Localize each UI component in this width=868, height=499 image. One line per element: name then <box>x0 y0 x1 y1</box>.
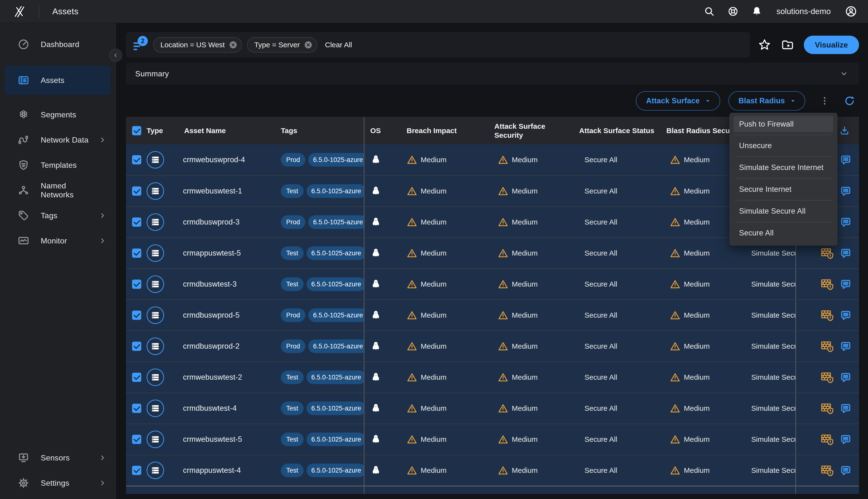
asset-name[interactable]: crmwebuswtest-1 <box>183 187 242 195</box>
sidebar-item-templates[interactable]: Templates <box>0 153 115 178</box>
filter-chip-location-us-west[interactable]: Location = US West <box>153 37 242 53</box>
comment-icon[interactable] <box>840 216 852 228</box>
asset-name[interactable]: crmdbuswprod-5 <box>183 311 240 319</box>
table-row[interactable]: crmappuswtest-4 Test 6.5.0-1025-azure Me… <box>126 455 859 486</box>
sidebar-item-monitor[interactable]: Monitor <box>0 228 115 253</box>
filter-chip-type-server[interactable]: Type = Server <box>247 37 317 53</box>
row-checkbox[interactable] <box>132 218 141 227</box>
menu-item-push-to-firewall[interactable]: Push to Firewall <box>734 116 833 132</box>
tag-pill-env[interactable]: Test <box>281 370 304 384</box>
menu-item-simulate-secure-internet[interactable]: Simulate Secure Internet <box>735 156 832 178</box>
row-checkbox[interactable] <box>132 311 141 320</box>
comment-icon[interactable] <box>840 278 852 290</box>
tag-pill-env[interactable]: Prod <box>281 153 305 167</box>
row-checkbox[interactable] <box>132 248 141 258</box>
row-checkbox[interactable] <box>132 280 141 289</box>
sidebar-item-sensors[interactable]: Sensors <box>0 445 115 471</box>
tag-pill-env[interactable]: Test <box>281 184 304 198</box>
push-to-firewall-icon[interactable] <box>820 308 834 322</box>
tag-pill-version[interactable]: 6.5.0-1025-azure <box>306 402 364 415</box>
export-download-icon[interactable] <box>839 125 850 136</box>
clear-all-button[interactable]: Clear All <box>325 41 352 49</box>
sidebar-collapse-button[interactable] <box>109 49 122 62</box>
comment-icon[interactable] <box>840 154 852 166</box>
summary-panel[interactable]: Summary <box>126 63 859 85</box>
comment-icon[interactable] <box>840 247 852 259</box>
asset-name[interactable]: crmwebuswtest-5 <box>183 435 242 444</box>
tag-pill-env[interactable]: Test <box>281 464 304 477</box>
sidebar-item-segments[interactable]: Segments <box>0 102 115 127</box>
tag-pill-env[interactable]: Prod <box>281 215 305 229</box>
table-row[interactable]: crmdbuswprod-2 Prod 6.5.0-1025-azure Med… <box>126 330 859 362</box>
filter-bar[interactable]: 2 Location = US West Type = Server Clear… <box>126 32 750 58</box>
push-to-firewall-icon[interactable] <box>820 464 834 477</box>
table-row[interactable]: crmdbuswprod-5 Prod 6.5.0-1025-azure Med… <box>126 300 859 330</box>
favorite-star-icon[interactable] <box>758 38 771 52</box>
sidebar-item-dashboard[interactable]: Dashboard <box>0 32 115 57</box>
menu-item-secure-internet[interactable]: Secure Internet <box>735 178 832 200</box>
asset-name[interactable]: crmappuswtest-4 <box>183 466 241 475</box>
sidebar-item-assets[interactable]: Assets <box>5 66 111 95</box>
col-header-type[interactable]: Type <box>147 117 173 144</box>
tag-pill-version[interactable]: 6.5.0-1025-azure <box>306 246 364 260</box>
help-icon[interactable] <box>728 6 739 17</box>
asset-name[interactable]: crmwebuswprod-4 <box>183 155 245 164</box>
asset-name[interactable]: crmdbuswtest-3 <box>183 280 237 289</box>
table-row[interactable]: crmdbuswtest-4 Test 6.5.0-1025-azure Med… <box>126 392 859 424</box>
table-row[interactable]: crmwebuswtest-2 Test 6.5.0-1025-azure Me… <box>126 362 859 392</box>
saved-filters-folder-icon[interactable] <box>781 38 794 51</box>
push-to-firewall-icon[interactable] <box>820 277 834 291</box>
col-header-attack-surface-status[interactable]: Attack Surface Status <box>575 117 663 144</box>
visualize-button[interactable]: Visualize <box>804 36 859 54</box>
tag-pill-version[interactable]: 6.5.0-1025-azure <box>306 370 364 384</box>
push-to-firewall-icon[interactable] <box>820 339 834 353</box>
attack-surface-dropdown-button[interactable]: Attack Surface <box>636 91 720 111</box>
search-icon[interactable] <box>704 6 715 17</box>
col-header-asset-name[interactable]: Asset Name <box>173 117 277 144</box>
chevron-down-icon[interactable] <box>840 69 848 78</box>
table-row[interactable]: crmdbuswtest-3 Test 6.5.0-1025-azure Med… <box>126 268 859 300</box>
more-options-icon[interactable] <box>819 95 830 107</box>
col-header-breach-impact[interactable]: Breach Impact <box>401 117 490 144</box>
comment-icon[interactable] <box>840 371 852 384</box>
row-checkbox[interactable] <box>132 342 141 351</box>
asset-name[interactable]: crmappuswtest-5 <box>183 249 241 257</box>
row-checkbox[interactable] <box>132 155 141 165</box>
tag-pill-env[interactable]: Test <box>281 402 304 415</box>
menu-item-simulate-secure-all[interactable]: Simulate Secure All <box>735 200 832 222</box>
push-to-firewall-icon[interactable] <box>820 402 834 415</box>
row-checkbox[interactable] <box>132 466 141 475</box>
row-checkbox[interactable] <box>132 435 141 444</box>
tag-pill-version[interactable]: 6.5.0-1025-azure <box>308 339 364 353</box>
asset-name[interactable]: crmdbuswprod-3 <box>183 218 240 227</box>
comment-icon[interactable] <box>840 309 852 321</box>
tag-pill-env[interactable]: Test <box>281 246 304 260</box>
sidebar-item-settings[interactable]: Settings <box>0 471 115 496</box>
col-header-tags[interactable]: Tags <box>277 117 364 144</box>
menu-item-unsecure[interactable]: Unsecure <box>735 135 832 156</box>
comment-icon[interactable] <box>840 433 852 446</box>
sidebar-item-named-networks[interactable]: Named Networks <box>0 178 115 203</box>
sidebar-item-tags[interactable]: Tags <box>0 203 115 228</box>
filter-icon-wrap[interactable]: 2 <box>132 36 148 53</box>
select-all-checkbox[interactable] <box>132 126 141 135</box>
asset-name[interactable]: crmwebuswtest-2 <box>183 373 242 382</box>
col-header-attack-surface-security[interactable]: Attack Surface Security <box>490 117 575 144</box>
remove-filter-icon[interactable] <box>228 40 238 49</box>
tag-pill-env[interactable]: Prod <box>281 308 305 322</box>
table-row[interactable]: crmwebuswtest-5 Test 6.5.0-1025-azure Me… <box>126 424 859 455</box>
tag-pill-env[interactable]: Prod <box>281 339 305 353</box>
blast-radius-dropdown-button[interactable]: Blast Radius <box>728 91 805 111</box>
notifications-bell-icon[interactable] <box>751 6 762 17</box>
col-header-os[interactable]: OS <box>364 117 401 144</box>
row-checkbox[interactable] <box>132 373 141 382</box>
refresh-icon[interactable] <box>844 95 856 107</box>
tag-pill-version[interactable]: 6.5.0-1025-azure <box>308 308 364 322</box>
comment-icon[interactable] <box>840 185 852 197</box>
sidebar-item-network-data[interactable]: Network Data <box>0 127 115 153</box>
row-checkbox[interactable] <box>132 404 141 413</box>
row-checkbox[interactable] <box>132 186 141 196</box>
asset-name[interactable]: crmdbuswtest-4 <box>183 404 237 413</box>
tag-pill-version[interactable]: 6.5.0-1025-azure <box>308 153 364 167</box>
tag-pill-version[interactable]: 6.5.0-1025-azure <box>308 215 364 229</box>
